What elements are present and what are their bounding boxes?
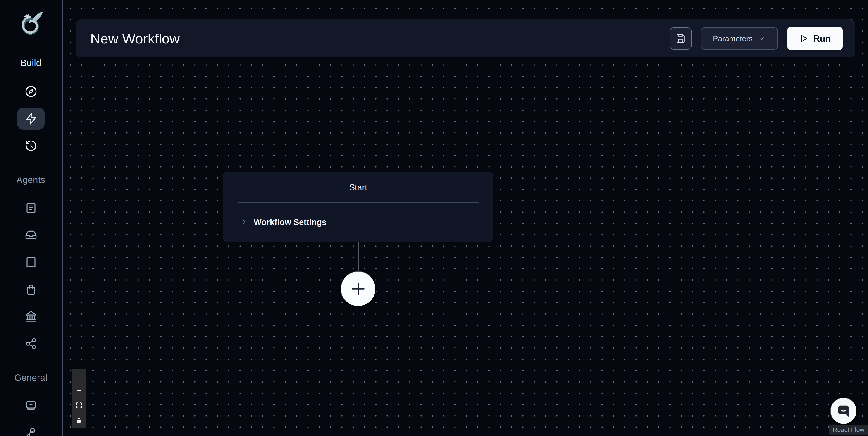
history-icon [25, 140, 37, 152]
workflow-settings-label: Workflow Settings [254, 217, 327, 227]
receipt-icon [25, 256, 37, 268]
sidebar-item-history[interactable] [17, 135, 44, 157]
sidebar-item-marketplace[interactable] [17, 278, 44, 300]
add-node-button[interactable] [341, 271, 376, 307]
sidebar-section-agents: Agents [0, 175, 62, 185]
lock-open-icon [75, 417, 83, 424]
start-node[interactable]: Start Workflow Settings [223, 172, 493, 242]
sidebar-item-forms[interactable] [17, 197, 44, 219]
play-icon [799, 34, 809, 43]
app-logo[interactable] [16, 9, 46, 39]
topbar-actions: Parameters Run [670, 20, 843, 58]
dragon-logo-icon [16, 9, 46, 39]
parameters-button[interactable]: Parameters [701, 27, 778, 50]
lightning-bolt-icon [25, 112, 37, 125]
sidebar-section-general: General [0, 373, 62, 383]
floppy-disk-icon [675, 33, 686, 44]
workflow-edge [358, 242, 359, 272]
sidebar-section-build: Build [0, 58, 62, 68]
form-lines-icon [25, 201, 37, 214]
fit-view-icon [75, 402, 83, 409]
sidebar-item-inbox[interactable] [17, 224, 44, 246]
parameters-label: Parameters [713, 34, 753, 43]
zoom-controls [71, 369, 87, 428]
inbox-icon [25, 229, 37, 241]
save-button[interactable] [670, 27, 692, 50]
sidebar-item-keys[interactable] [17, 422, 44, 436]
sidebar: Build Agents [0, 0, 62, 436]
zoom-in-button[interactable] [71, 369, 87, 383]
run-button[interactable]: Run [787, 27, 843, 50]
plus-icon [75, 372, 83, 380]
sidebar-item-receipts[interactable] [17, 251, 44, 273]
chat-widget-button[interactable] [830, 398, 857, 424]
lock-toggle-button[interactable] [71, 413, 87, 428]
workflow-title[interactable]: New Workflow [90, 31, 180, 47]
share-network-icon [25, 337, 37, 350]
shopping-bag-icon [25, 283, 37, 296]
react-flow-attribution[interactable]: React Flow [829, 425, 868, 435]
start-node-title: Start [223, 173, 493, 202]
zoom-out-button[interactable] [71, 383, 87, 398]
workflow-settings-toggle[interactable]: Workflow Settings [223, 203, 493, 242]
run-label: Run [813, 33, 831, 44]
chevron-down-icon [758, 35, 766, 42]
fit-view-button[interactable] [71, 398, 87, 413]
sidebar-item-workflows[interactable] [17, 108, 44, 130]
bank-icon [25, 310, 37, 323]
chevron-right-icon [241, 219, 248, 226]
compass-icon [25, 85, 37, 98]
workflow-topbar: New Workflow Parameters Run [76, 20, 855, 58]
sidebar-item-share[interactable] [17, 332, 44, 355]
minus-icon [75, 387, 83, 394]
key-icon [25, 427, 37, 436]
plus-icon [348, 279, 368, 298]
sidebar-canvas-divider [62, 0, 63, 436]
chat-bubble-icon [836, 403, 851, 418]
sidebar-item-bank[interactable] [17, 305, 44, 327]
card-reader-icon [25, 399, 37, 412]
sidebar-item-card-reader[interactable] [17, 394, 44, 416]
sidebar-item-explore[interactable] [17, 80, 44, 103]
